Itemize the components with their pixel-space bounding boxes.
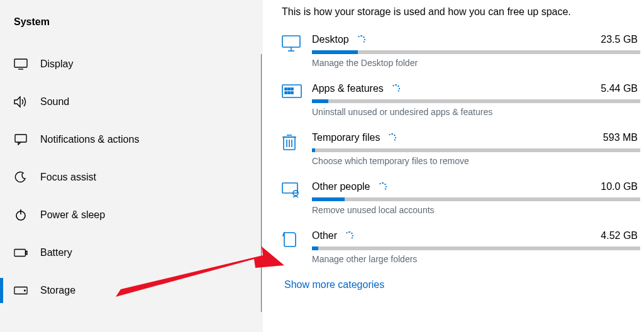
loading-spinner-icon <box>345 231 353 240</box>
category-title: Other <box>312 230 337 241</box>
loading-spinner-icon <box>357 35 365 44</box>
sidebar-item-power[interactable]: Power & sleep <box>0 196 263 234</box>
storage-icon <box>14 284 28 297</box>
svg-rect-17 <box>285 92 287 94</box>
notifications-icon <box>14 133 28 147</box>
svg-rect-26 <box>282 183 297 193</box>
sidebar-item-label: Battery <box>40 247 72 258</box>
svg-rect-10 <box>282 36 300 47</box>
svg-rect-15 <box>288 88 290 90</box>
loading-spinner-icon <box>387 133 396 142</box>
svg-rect-14 <box>285 88 287 90</box>
svg-rect-18 <box>288 92 290 94</box>
svg-rect-3 <box>15 135 26 142</box>
people-icon <box>282 181 312 197</box>
category-subtitle: Manage the Desktop folder <box>312 58 640 68</box>
sidebar-item-label: Storage <box>40 285 75 296</box>
storage-category-desktop[interactable]: Desktop 23.5 GB Manage the Desktop folde… <box>282 34 644 68</box>
svg-rect-16 <box>291 88 293 90</box>
sidebar-item-storage[interactable]: Storage <box>0 272 263 309</box>
usage-bar <box>312 50 640 54</box>
usage-bar-fill <box>312 246 318 250</box>
desktop-icon <box>282 34 312 52</box>
display-icon <box>14 57 28 71</box>
svg-rect-0 <box>14 59 27 67</box>
sidebar-item-label: Display <box>40 58 73 70</box>
trash-icon <box>282 132 312 151</box>
sidebar-item-label: Sound <box>40 96 69 108</box>
loading-spinner-icon <box>378 182 387 191</box>
sound-icon <box>14 95 28 109</box>
storage-category-people[interactable]: Other people 10.0 GB Remove unused local… <box>282 181 644 215</box>
category-subtitle: Choose which temporary files to remove <box>312 156 640 166</box>
sidebar-item-focus[interactable]: Focus assist <box>0 158 263 196</box>
battery-icon <box>14 246 28 260</box>
svg-marker-2 <box>14 97 20 107</box>
power-icon <box>14 208 28 222</box>
category-title: Desktop <box>312 34 349 45</box>
sidebar-item-label: Focus assist <box>40 172 96 183</box>
apps-icon <box>282 83 312 98</box>
usage-bar <box>312 246 640 250</box>
storage-category-other[interactable]: Other 4.52 GB Manage other large folders <box>282 230 644 264</box>
category-title: Apps & features <box>312 83 384 94</box>
category-title: Temporary files <box>312 132 380 143</box>
category-size: 23.5 GB <box>601 34 640 45</box>
sidebar-heading: System <box>0 11 263 45</box>
category-size: 10.0 GB <box>601 181 640 192</box>
folder-icon <box>282 230 312 248</box>
settings-sidebar: System Display Sound Notifications & act… <box>0 0 263 332</box>
svg-rect-19 <box>291 92 293 94</box>
usage-bar-fill <box>312 99 328 103</box>
category-size: 5.44 GB <box>601 83 640 94</box>
category-subtitle: Remove unused local accounts <box>312 205 640 215</box>
sidebar-item-sound[interactable]: Sound <box>0 83 263 121</box>
usage-bar <box>312 99 640 103</box>
category-title: Other people <box>312 181 370 192</box>
category-subtitle: Manage other large folders <box>312 254 640 264</box>
svg-point-9 <box>25 290 26 291</box>
sidebar-item-label: Notifications & actions <box>40 134 139 145</box>
storage-panel: This is how your storage is used and how… <box>263 0 644 332</box>
sidebar-item-battery[interactable]: Battery <box>0 234 263 272</box>
sidebar-item-display[interactable]: Display <box>0 45 263 83</box>
category-size: 4.52 GB <box>601 230 640 241</box>
usage-bar-fill <box>312 50 358 54</box>
sidebar-item-notifications[interactable]: Notifications & actions <box>0 121 263 158</box>
sidebar-item-label: Power & sleep <box>40 209 105 221</box>
category-size: 593 MB <box>603 132 640 143</box>
usage-bar <box>312 197 640 201</box>
sidebar-scrollbar[interactable] <box>261 54 262 312</box>
storage-category-apps[interactable]: Apps & features 5.44 GB Uninstall unused… <box>282 83 644 117</box>
svg-rect-7 <box>26 251 27 255</box>
svg-rect-6 <box>14 250 25 257</box>
category-subtitle: Uninstall unused or undesired apps & fea… <box>312 107 640 117</box>
usage-bar <box>312 148 640 152</box>
svg-rect-13 <box>282 85 301 97</box>
loading-spinner-icon <box>391 84 400 93</box>
focus-icon <box>14 170 28 184</box>
intro-text: This is how your storage is used and how… <box>282 6 644 18</box>
usage-bar-fill <box>312 197 345 201</box>
show-more-link[interactable]: Show more categories <box>284 279 644 290</box>
storage-category-temp[interactable]: Temporary files 593 MB Choose which temp… <box>282 132 644 166</box>
usage-bar-fill <box>312 148 315 152</box>
